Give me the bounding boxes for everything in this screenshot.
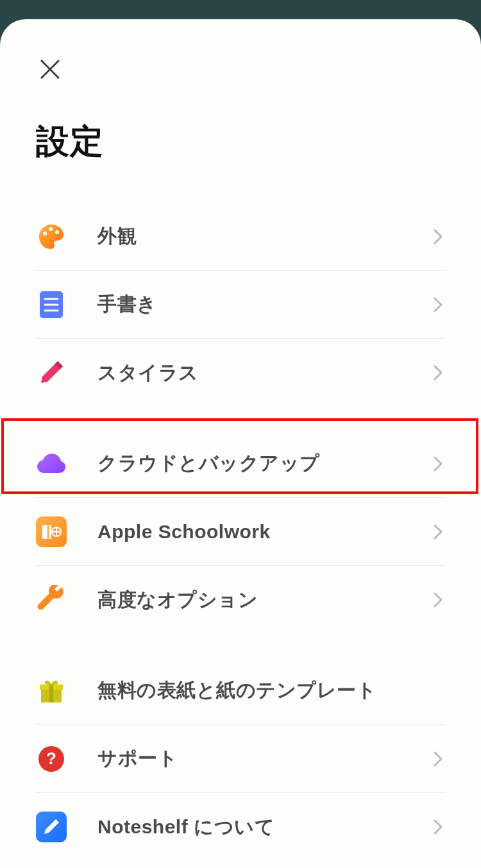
row-about[interactable]: Noteshelf について — [36, 793, 445, 861]
settings-sheet: 設定 外観 — [0, 19, 481, 868]
svg-rect-10 — [49, 525, 51, 539]
palette-icon — [36, 221, 67, 252]
row-appearance[interactable]: 外観 — [36, 203, 445, 271]
row-stylus[interactable]: スタイラス — [36, 339, 445, 407]
row-label: 高度なオプション — [97, 587, 434, 613]
chevron-right-icon — [434, 524, 443, 540]
close-icon — [38, 58, 62, 81]
support-icon: ? — [36, 744, 67, 774]
row-label: Noteshelf について — [97, 814, 434, 840]
row-handwriting[interactable]: 手書き — [36, 271, 445, 339]
row-advanced[interactable]: 高度なオプション — [36, 566, 445, 634]
schoolwork-icon — [36, 516, 67, 547]
row-support[interactable]: ? サポート — [36, 725, 445, 793]
row-templates[interactable]: 無料の表紙と紙のテンプレート — [36, 657, 445, 725]
svg-text:?: ? — [46, 749, 56, 768]
chevron-right-icon — [434, 751, 443, 767]
row-label: サポート — [97, 745, 434, 772]
row-label: Apple Schoolwork — [97, 521, 434, 543]
row-label: 手書き — [97, 291, 434, 318]
wrench-icon — [36, 584, 67, 615]
row-label: クラウドとバックアップ — [97, 450, 434, 477]
row-label: スタイラス — [97, 360, 434, 386]
page-title: 設定 — [36, 119, 481, 164]
svg-rect-9 — [42, 525, 47, 539]
settings-section: 外観 手書き スタイラス — [36, 203, 445, 407]
svg-point-2 — [43, 232, 47, 235]
settings-section: クラウドとバックアップ Apple Schoolwork — [36, 430, 445, 634]
settings-section: 無料の表紙と紙のテンプレート ? サポート Noteshelf について — [36, 657, 445, 861]
gift-icon — [36, 676, 67, 706]
row-schoolwork[interactable]: Apple Schoolwork — [36, 498, 445, 566]
svg-rect-16 — [49, 685, 53, 702]
row-cloud-backup[interactable]: クラウドとバックアップ — [36, 430, 445, 498]
pencil-icon — [36, 357, 67, 388]
cloud-icon — [36, 448, 67, 479]
chevron-right-icon — [434, 365, 443, 380]
chevron-right-icon — [434, 297, 443, 312]
svg-point-4 — [55, 230, 59, 234]
svg-point-3 — [49, 227, 53, 231]
chevron-right-icon — [434, 819, 443, 835]
close-button[interactable] — [36, 55, 64, 83]
chevron-right-icon — [434, 456, 443, 472]
chevron-right-icon — [434, 229, 443, 244]
about-icon — [36, 812, 67, 842]
chevron-right-icon — [434, 592, 443, 608]
document-icon — [36, 289, 67, 320]
row-label: 無料の表紙と紙のテンプレート — [97, 677, 445, 704]
row-label: 外観 — [97, 223, 434, 250]
